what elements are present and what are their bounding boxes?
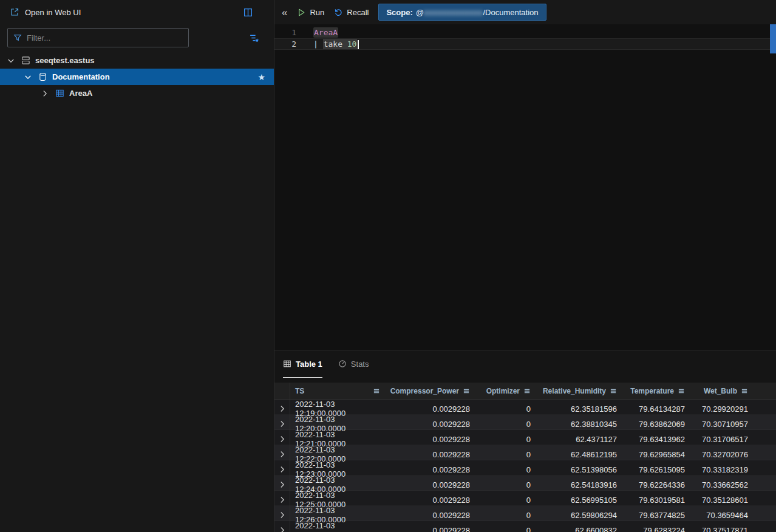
open-in-web-ui-button[interactable]: Open in Web UI: [25, 8, 81, 17]
column-header-temperature[interactable]: Temperature: [623, 383, 691, 399]
column-menu-icon[interactable]: [741, 387, 748, 395]
column-header-ts[interactable]: TS: [290, 383, 386, 399]
cell-optimizer: 0: [476, 526, 537, 532]
column-header-relative_humidity[interactable]: Relative_Humidity: [537, 383, 623, 399]
cell-optimizer: 0: [476, 435, 537, 444]
code-line[interactable]: 1AreaA: [274, 27, 776, 38]
cell-temperature: 79.63019581: [623, 496, 691, 505]
cell-relative_humidity: 62.59806294: [537, 511, 623, 520]
tree-item-label: seeqtest.eastus: [35, 56, 95, 65]
cell-compressor_power: 0.0029228: [386, 404, 476, 414]
column-header-label: Optimizer: [486, 387, 520, 395]
cell-optimizer: 0: [476, 480, 537, 489]
row-expand-icon[interactable]: [274, 521, 290, 532]
line-number: 1: [274, 28, 296, 37]
tree-item-label: AreaA: [69, 89, 92, 98]
column-header-optimizer[interactable]: Optimizer: [476, 383, 537, 399]
chevron-down-icon[interactable]: [6, 56, 16, 66]
table-row[interactable]: 2022-11-03 12:27:00.00000.0029228062.660…: [274, 521, 776, 532]
cell-wet_bulb: 70.32702076: [691, 450, 754, 459]
editor-scrollbar-decoration[interactable]: [770, 24, 776, 53]
filter-row: [0, 24, 274, 51]
column-menu-icon[interactable]: [523, 387, 531, 395]
cell-wet_bulb: 70.30710957: [691, 420, 754, 429]
cell-optimizer: 0: [476, 465, 537, 474]
scope-button[interactable]: Scope: @ xxxxxxxxxxxxx /Documentation: [378, 4, 546, 21]
run-label: Run: [310, 8, 324, 17]
column-menu-icon[interactable]: [463, 387, 470, 395]
cell-compressor_power: 0.0029228: [386, 526, 476, 532]
cell-optimizer: 0: [476, 450, 537, 459]
main-area: « Run Recall Scope: @: [274, 0, 776, 532]
tree-item-documentation[interactable]: Documentation★: [0, 69, 274, 85]
table-icon: [55, 89, 64, 98]
scope-label: Scope:: [386, 8, 412, 17]
table-row[interactable]: 2022-11-03 12:22:00.00000.0029228062.486…: [274, 445, 776, 460]
cell-relative_humidity: 62.38810345: [537, 420, 623, 429]
column-menu-icon[interactable]: [678, 387, 685, 395]
cell-compressor_power: 0.0029228: [386, 511, 476, 520]
filter-funnel-icon: [13, 33, 22, 42]
line-content: AreaA: [296, 28, 338, 37]
tree: seeqtest.eastusDocumentation★AreaA: [0, 51, 274, 101]
tree-item-areaa[interactable]: AreaA: [0, 85, 274, 101]
table-row[interactable]: 2022-11-03 12:19:00.00000.0029228062.351…: [274, 400, 776, 415]
tree-item-label: Documentation: [52, 72, 110, 81]
cell-relative_humidity: 62.48612195: [537, 450, 623, 459]
cell-ts: 2022-11-03 12:27:00.0000: [290, 521, 386, 532]
table-row[interactable]: 2022-11-03 12:20:00.00000.0029228062.388…: [274, 415, 776, 430]
run-button[interactable]: Run: [297, 8, 324, 17]
cell-temperature: 79.64134287: [623, 404, 691, 414]
column-menu-icon[interactable]: [610, 387, 617, 395]
table-grid-icon: [283, 360, 291, 368]
query-editor[interactable]: 1AreaA2| take 10: [274, 24, 776, 350]
table-row[interactable]: 2022-11-03 12:24:00.00000.0029228062.541…: [274, 476, 776, 491]
line-content: | take 10: [296, 39, 359, 49]
results-body: 2022-11-03 12:19:00.00000.0029228062.351…: [274, 400, 776, 532]
column-header-label: Compressor_Power: [390, 387, 459, 395]
cell-relative_humidity: 62.56995105: [537, 496, 623, 505]
filter-input[interactable]: [27, 33, 183, 43]
column-header-label: Wet_Bulb: [704, 387, 737, 395]
cell-temperature: 79.62264336: [623, 480, 691, 489]
column-header-wet_bulb[interactable]: Wet_Bulb: [691, 383, 754, 399]
app-root: Open in Web UI: [0, 0, 776, 532]
tab-label: Stats: [351, 360, 369, 369]
sidebar: Open in Web UI: [0, 0, 274, 532]
cell-optimizer: 0: [476, 404, 537, 414]
cell-compressor_power: 0.0029228: [386, 480, 476, 489]
results-panel: Table 1 Stats TSCompressor_PowerOptimize…: [274, 350, 776, 532]
tab-table-1[interactable]: Table 1: [283, 350, 322, 378]
code-line[interactable]: 2| take 10: [274, 38, 776, 50]
header-gutter: [274, 383, 290, 399]
results-header: TSCompressor_PowerOptimizerRelative_Humi…: [274, 383, 776, 400]
database-icon: [38, 72, 47, 82]
table-row[interactable]: 2022-11-03 12:25:00.00000.0029228062.569…: [274, 491, 776, 506]
table-row[interactable]: 2022-11-03 12:21:00.00000.0029228062.437…: [274, 430, 776, 445]
cell-wet_bulb: 70.35128601: [691, 496, 754, 505]
favorite-star-icon[interactable]: ★: [257, 72, 265, 82]
collapse-panel-icon[interactable]: «: [282, 7, 287, 18]
column-header-compressor_power[interactable]: Compressor_Power: [386, 383, 476, 399]
filter-box[interactable]: [7, 28, 189, 47]
cell-relative_humidity: 62.35181596: [537, 404, 623, 414]
table-row[interactable]: 2022-11-03 12:26:00.00000.0029228062.598…: [274, 506, 776, 521]
scope-redacted-text: xxxxxxxxxxxxx: [424, 8, 483, 17]
cell-wet_bulb: 70.29920291: [691, 404, 754, 414]
cell-relative_humidity: 62.6600832: [537, 526, 623, 532]
split-editor-icon[interactable]: [243, 7, 253, 18]
cell-wet_bulb: 70.37517871: [691, 526, 754, 532]
cell-wet_bulb: 70.3659464: [691, 511, 754, 520]
recall-button[interactable]: Recall: [334, 8, 369, 17]
chevron-right-icon[interactable]: [40, 89, 50, 98]
cell-compressor_power: 0.0029228: [386, 435, 476, 444]
cell-optimizer: 0: [476, 496, 537, 505]
column-menu-icon[interactable]: [373, 387, 380, 395]
table-row[interactable]: 2022-11-03 12:23:00.00000.0029228062.513…: [274, 460, 776, 476]
pinned-filter-icon[interactable]: [249, 33, 259, 43]
tree-item-seeqtest-eastus[interactable]: seeqtest.eastus: [0, 52, 274, 69]
code-area: 1AreaA2| take 10: [274, 27, 776, 50]
tab-stats[interactable]: Stats: [338, 350, 369, 378]
open-external-icon[interactable]: [10, 7, 19, 17]
chevron-down-icon[interactable]: [23, 72, 33, 82]
